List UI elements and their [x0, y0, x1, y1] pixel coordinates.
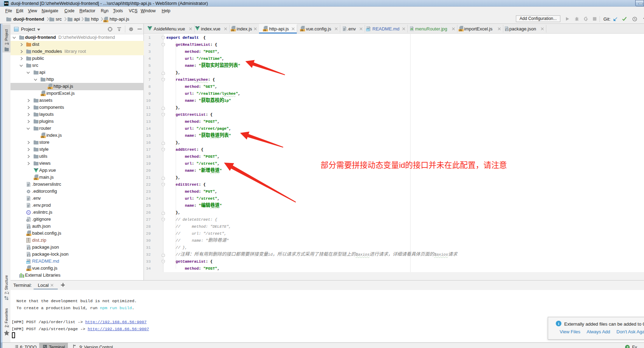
svg-text:{}: {} — [27, 247, 30, 250]
svg-text:MD: MD — [366, 29, 370, 31]
svg-text:JS: JS — [231, 29, 234, 31]
svg-text:{}: {} — [505, 28, 509, 31]
svg-text:JS: JS — [27, 234, 30, 236]
svg-text:{}: {} — [27, 254, 30, 257]
svg-text:JS: JS — [300, 29, 303, 31]
svg-text:{}: {} — [27, 226, 30, 229]
svg-text:JS: JS — [34, 178, 37, 180]
svg-text:JS: JS — [41, 136, 44, 138]
svg-text:JS: JS — [263, 29, 266, 31]
svg-text:MD: MD — [27, 262, 30, 264]
svg-text:JS: JS — [104, 20, 107, 22]
svg-text:JS: JS — [459, 29, 462, 31]
svg-text:JS: JS — [27, 269, 30, 271]
svg-text:JS: JS — [48, 87, 51, 89]
svg-text:JS: JS — [41, 94, 44, 96]
